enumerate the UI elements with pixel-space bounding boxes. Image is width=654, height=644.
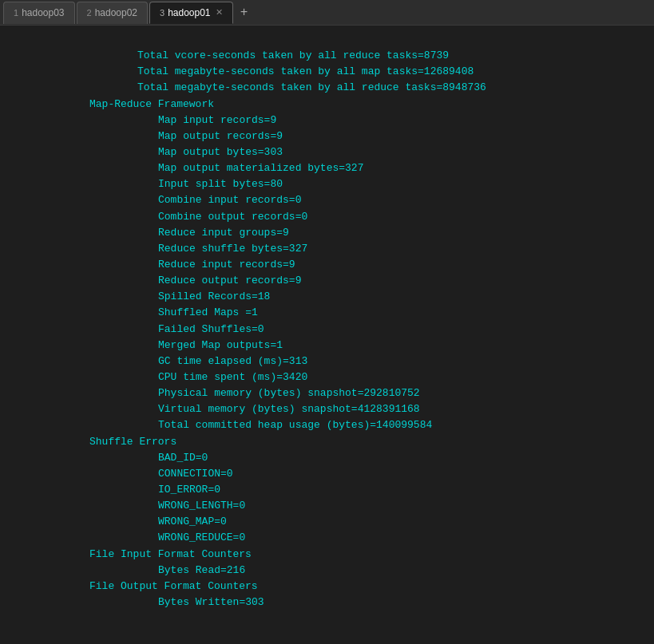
terminal-line: Reduce shuffle bytes=327 — [10, 241, 644, 257]
terminal-line: Spilled Records=18 — [10, 289, 644, 305]
terminal-line: WRONG_REDUCE=0 — [10, 530, 644, 546]
terminal-line: Combine output records=0 — [10, 209, 644, 225]
terminal-line: Map output bytes=303 — [10, 144, 644, 160]
terminal-line: Bytes Read=216 — [10, 563, 644, 579]
tab-add-button[interactable]: + — [235, 3, 254, 22]
terminal-line: Reduce input records=9 — [10, 257, 644, 273]
terminal-line: Map input records=9 — [10, 113, 644, 128]
terminal-line: Total vcore-seconds taken by all reduce … — [10, 48, 644, 64]
tab-number-1: 1 — [14, 8, 18, 18]
terminal-line: IO_ERROR=0 — [10, 482, 644, 498]
terminal-line: Shuffle Errors — [10, 434, 644, 450]
terminal-line: Input split bytes=80 — [10, 176, 644, 192]
terminal-line: Map output records=9 — [10, 128, 644, 144]
tab-number-3: 3 — [160, 8, 164, 18]
tab-hadoop01[interactable]: 3 hadoop01 ✕ — [149, 2, 233, 24]
tab-hadoop03[interactable]: 1 hadoop03 — [3, 2, 75, 24]
terminal-line: Reduce output records=9 — [10, 273, 644, 289]
terminal-line: Physical memory (bytes) snapshot=2928107… — [10, 385, 644, 401]
tab-label-1: hadoop03 — [22, 7, 64, 18]
terminal-content: Total vcore-seconds taken by all reduce … — [0, 26, 654, 617]
terminal-line: Reduce input groups=9 — [10, 225, 644, 241]
terminal-line: Total megabyte-seconds taken by all redu… — [10, 80, 644, 96]
terminal-line: Total megabyte-seconds taken by all map … — [10, 64, 644, 80]
terminal-line: Merged Map outputs=1 — [10, 338, 644, 354]
tab-close-icon[interactable]: ✕ — [216, 7, 223, 18]
terminal-line: CPU time spent (ms)=3420 — [10, 369, 644, 385]
terminal-line: WRONG_MAP=0 — [10, 514, 644, 530]
terminal-line: File Output Format Counters — [10, 579, 644, 595]
tab-number-2: 2 — [87, 8, 92, 18]
terminal-line: Failed Shuffles=0 — [10, 322, 644, 338]
terminal-line: Map-Reduce Framework — [10, 97, 644, 113]
tab-label-3: hadoop01 — [168, 7, 210, 18]
terminal-line: Total committed heap usage (bytes)=14009… — [10, 417, 644, 433]
tab-label-2: hadoop02 — [95, 7, 137, 18]
terminal-line: CONNECTION=0 — [10, 466, 644, 482]
terminal-line: WRONG_LENGTH=0 — [10, 498, 644, 514]
tab-bar: 1 hadoop03 2 hadoop02 3 hadoop01 ✕ + — [0, 0, 654, 26]
terminal-line: File Input Format Counters — [10, 547, 644, 563]
tab-hadoop02[interactable]: 2 hadoop02 — [77, 2, 149, 24]
terminal-line: Map output materialized bytes=327 — [10, 160, 644, 176]
terminal-line: Bytes Written=303 — [10, 595, 644, 610]
terminal-line: BAD_ID=0 — [10, 450, 644, 466]
terminal-line: Virtual memory (bytes) snapshot=41283911… — [10, 401, 644, 417]
terminal-line: GC time elapsed (ms)=313 — [10, 354, 644, 369]
terminal-line: Shuffled Maps =1 — [10, 305, 644, 321]
terminal-line: Combine input records=0 — [10, 192, 644, 208]
